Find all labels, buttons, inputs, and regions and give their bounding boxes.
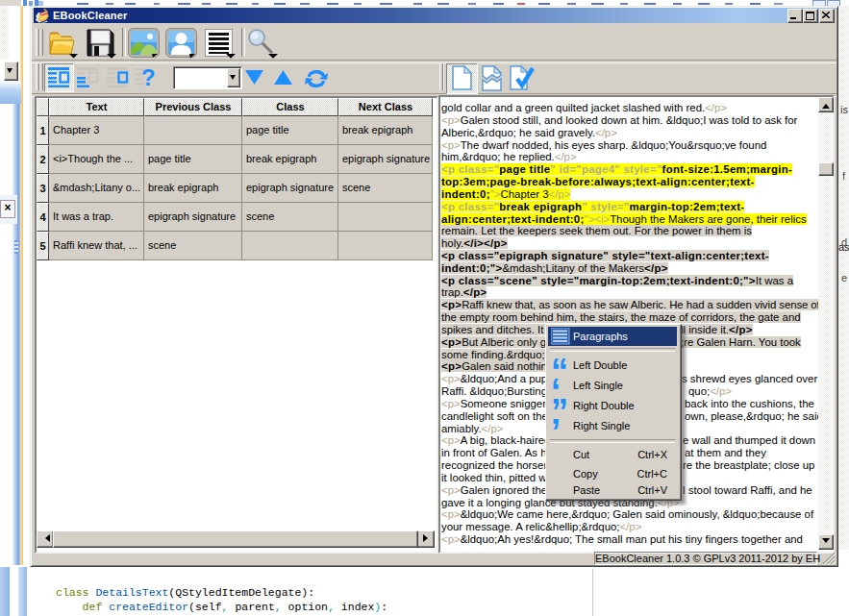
- svg-text:?: ?: [141, 67, 156, 88]
